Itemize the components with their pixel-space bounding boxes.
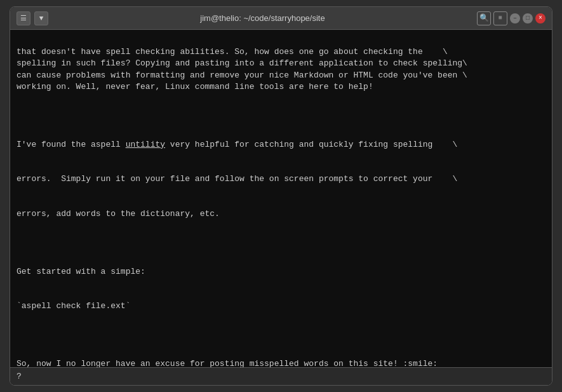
terminal-line-2: spelling in such files? Copying and past… xyxy=(17,58,467,68)
title-bar: ☰ ▼ jim@thelio: ~/code/starryhope/site 🔍… xyxy=(10,7,552,30)
window-title: jim@thelio: ~/code/starryhope/site xyxy=(48,13,477,23)
maximize-button[interactable]: □ xyxy=(523,13,533,24)
terminal-line-6: errors. Simply run it on your file and f… xyxy=(17,174,457,184)
terminal-text: that doesn't have spell checking abiliti… xyxy=(17,35,545,367)
terminal-window: ☰ ▼ jim@thelio: ~/code/starryhope/site 🔍… xyxy=(10,6,552,386)
terminal-line-1: that doesn't have spell checking abiliti… xyxy=(17,47,448,57)
search-button[interactable]: 🔍 xyxy=(477,11,491,25)
underline-word: untility xyxy=(126,140,165,149)
terminal-line-4: working on. Well, never fear, Linux comm… xyxy=(17,82,373,91)
prompt-symbol: ? xyxy=(17,372,22,381)
minimize-button[interactable]: – xyxy=(510,13,520,24)
terminal-menu-btn[interactable]: ☰ xyxy=(17,11,30,25)
title-bar-controls: 🔍 ≡ – □ × xyxy=(477,11,545,25)
terminal-body[interactable]: that doesn't have spell checking abiliti… xyxy=(10,30,552,367)
terminal-line-9: `aspell check file.ext` xyxy=(17,301,130,311)
terminal-dropdown-btn[interactable]: ▼ xyxy=(34,11,48,25)
terminal-line-8: Get started with a simple: xyxy=(17,267,145,276)
terminal-line-10: So, now I no longer have an excuse for p… xyxy=(17,359,438,367)
terminal-line-5: I've found the aspell untility very help… xyxy=(17,140,457,149)
terminal-line-7: errors, add words to the dictionary, etc… xyxy=(17,209,220,219)
hamburger-button[interactable]: ≡ xyxy=(493,11,507,25)
close-button[interactable]: × xyxy=(535,13,545,24)
terminal-line-3: can cause problems with formatting and r… xyxy=(17,71,467,80)
prompt-bar[interactable]: ? xyxy=(10,367,552,385)
title-bar-left: ☰ ▼ xyxy=(17,11,48,25)
